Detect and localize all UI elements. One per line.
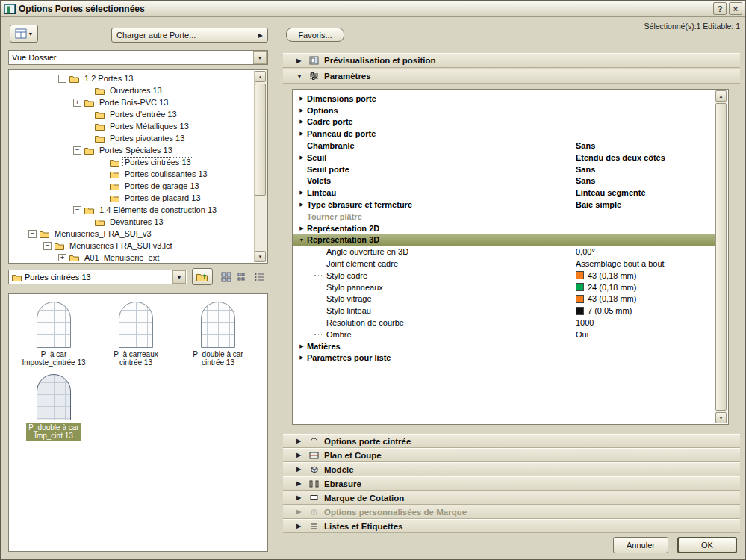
parameter-row[interactable]: OmbreOui <box>293 329 715 340</box>
parameter-value[interactable]: 7 (0,05 mm) <box>576 306 632 315</box>
parameter-row[interactable]: ▶Matières <box>293 340 715 352</box>
help-button[interactable]: ? <box>713 2 727 15</box>
tree-item-label[interactable]: Menuiseries FRA_SUI v3.lcf <box>67 240 175 251</box>
section-mod-le[interactable]: ▶Modèle <box>283 462 740 476</box>
tree-item[interactable]: +A01_Menuiserie_ext <box>10 252 254 261</box>
parameter-value[interactable]: Sans <box>576 141 595 150</box>
section-parametres[interactable]: ▼ Paramètres <box>283 69 740 84</box>
tree-item[interactable]: +Porte Bois-PVC 13 <box>10 96 254 108</box>
door-thumbnail[interactable]: P_double à carcintrée 13 <box>179 302 257 367</box>
library-view-button[interactable]: ▼ <box>10 25 38 43</box>
collapse-toggle-icon[interactable]: − <box>73 146 81 155</box>
tree-item[interactable]: Portes de placard 13 <box>10 192 254 204</box>
chevron-right-icon[interactable]: ▶ <box>293 202 307 208</box>
tree-item[interactable]: Portes coulissantes 13 <box>10 168 254 180</box>
close-button[interactable]: × <box>729 2 742 15</box>
tree-scrollbar[interactable]: ▲ ▼ <box>254 71 267 262</box>
parameter-value[interactable]: 43 (0,18 mm) <box>576 294 636 303</box>
load-other-door-button[interactable]: Charger autre Porte... ▶ <box>111 28 268 43</box>
parameter-row[interactable]: Seuil porteSans <box>293 164 715 175</box>
tree-item[interactable]: Portes cintrées 13 <box>10 156 254 168</box>
parameter-value[interactable]: Sans <box>576 176 595 185</box>
section-options-personnalis-es-de-marque[interactable]: ▶Options personnalisées de Marque <box>283 505 740 519</box>
chevron-right-icon[interactable]: ▶ <box>293 96 307 102</box>
chevron-right-icon[interactable]: ▶ <box>293 119 307 125</box>
tree-item[interactable]: Portes de garage 13 <box>10 180 254 192</box>
tree-item-label[interactable]: Portes cintrées 13 <box>122 157 193 167</box>
collapse-toggle-icon[interactable]: − <box>73 206 81 214</box>
parameter-row[interactable]: ▶Cadre porte <box>293 116 715 128</box>
parameter-value[interactable]: 43 (0,18 mm) <box>576 271 636 280</box>
tree-item[interactable]: −1.4 Eléments de construction 13 <box>10 204 254 216</box>
tree-item[interactable]: Ouvertures 13 <box>10 84 254 96</box>
parameter-value[interactable]: Oui <box>576 330 588 339</box>
chevron-right-icon[interactable]: ▶ <box>293 155 307 161</box>
parameter-row[interactable]: ▶Panneau de porte <box>293 128 715 140</box>
scroll-up-button[interactable]: ▲ <box>715 90 727 102</box>
small-icons-view-button[interactable] <box>235 270 250 284</box>
tree-item[interactable]: Devantures 13 <box>10 216 254 228</box>
tree-item-label[interactable]: Portes Métalliques 13 <box>108 121 191 131</box>
scrollbar-thumb[interactable] <box>715 103 727 411</box>
tree-item-label[interactable]: 1.4 Eléments de construction 13 <box>97 205 219 215</box>
tree-item-label[interactable]: A01_Menuiserie_ext <box>82 252 161 261</box>
parameter-value[interactable]: Assemblage bout à bout <box>576 259 665 268</box>
tree-item[interactable]: Portes pivotantes 13 <box>10 132 254 144</box>
parameter-row[interactable]: Tourner plâtre <box>293 211 715 223</box>
chevron-down-icon[interactable]: ▼ <box>293 237 307 243</box>
section-marque-de-cotation[interactable]: ▶Marque de Cotation <box>283 491 740 505</box>
chevron-right-icon[interactable]: ▶ <box>293 108 307 113</box>
chevron-right-icon[interactable]: ▶ <box>293 225 307 231</box>
door-thumbnail[interactable]: P_à carreauxcintrée 13 <box>97 302 175 367</box>
tree-item-label[interactable]: Menuiseries_FRA_SUI_v3 <box>52 228 154 239</box>
parameter-row[interactable]: ChambranleSans <box>293 140 715 152</box>
expand-toggle-icon[interactable]: + <box>73 99 81 107</box>
parameter-row[interactable]: Stylo linteau7 (0,05 mm) <box>293 305 715 317</box>
parameter-row[interactable]: ▼Représentation 3D <box>293 234 715 246</box>
chevron-right-icon[interactable]: ▶ <box>293 190 307 196</box>
parameter-value[interactable]: Etendu des deux côtés <box>576 153 665 162</box>
scroll-down-button[interactable]: ▼ <box>715 412 727 423</box>
parameter-row[interactable]: Joint élément cadreAssemblage bout à bou… <box>293 258 715 270</box>
parameter-value[interactable]: Sans <box>576 165 595 174</box>
section-plan-et-coupe[interactable]: ▶Plan et Coupe <box>283 448 740 462</box>
parameter-row[interactable]: ▶Représentation 2D <box>293 223 715 234</box>
parameter-row[interactable]: VoletsSans <box>293 175 715 187</box>
folder-view-select[interactable]: Vue Dossier ▼ <box>8 50 268 65</box>
parameter-value[interactable]: 24 (0,18 mm) <box>576 283 636 292</box>
door-thumbnail[interactable]: P_à carImposte_cintrée 13 <box>15 302 93 367</box>
parameter-row[interactable]: ▶Paramètres pour liste <box>293 352 715 364</box>
section-previsualisation-et-position[interactable]: ▶ Prévisualisation et position <box>283 53 740 68</box>
section-listes-et-etiquettes[interactable]: ▶Listes et Etiquettes <box>283 519 740 533</box>
parameter-row[interactable]: Stylo panneaux24 (0,18 mm) <box>293 281 715 293</box>
chevron-down-icon[interactable]: ▼ <box>253 51 267 64</box>
parameter-row[interactable]: Angle ouverture en 3D0,00° <box>293 246 715 258</box>
expand-toggle-icon[interactable]: + <box>58 254 66 262</box>
parameter-row[interactable]: ▶Dimensions porte <box>293 93 715 105</box>
parameter-row[interactable]: ▶Options <box>293 105 715 116</box>
parameter-row[interactable]: Stylo cadre43 (0,18 mm) <box>293 270 715 281</box>
tree-item-label[interactable]: Portes d'entrée 13 <box>108 109 179 119</box>
tree-item-label[interactable]: Portes coulissantes 13 <box>122 169 210 179</box>
parameter-row[interactable]: ▶LinteauLinteau segmenté <box>293 187 715 199</box>
scrollbar-thumb[interactable] <box>255 84 266 196</box>
tree-item[interactable]: Portes Métalliques 13 <box>10 120 254 132</box>
folder-up-button[interactable] <box>192 268 213 285</box>
scroll-up-button[interactable]: ▲ <box>255 71 266 82</box>
collapse-toggle-icon[interactable]: − <box>43 242 52 250</box>
tree-item-label[interactable]: Porte Bois-PVC 13 <box>97 97 170 108</box>
parameters-scrollbar[interactable]: ▲ ▼ <box>715 90 727 423</box>
tree-item-label[interactable]: Portes Spéciales 13 <box>97 145 175 155</box>
tree-item[interactable]: Portes d'entrée 13 <box>10 108 254 120</box>
parameter-value[interactable]: 0,00° <box>576 247 595 256</box>
parameter-value[interactable]: Baie simple <box>576 200 621 209</box>
collapse-toggle-icon[interactable]: − <box>58 75 66 83</box>
parameter-row[interactable]: Stylo vitrage43 (0,18 mm) <box>293 293 715 305</box>
tree-item[interactable]: −Portes Spéciales 13 <box>10 144 254 156</box>
tree-item[interactable]: −1.2 Portes 13 <box>10 72 254 84</box>
scroll-down-button[interactable]: ▼ <box>255 251 266 262</box>
section-options-porte-cintr-e[interactable]: ▶Options porte cintrée <box>283 434 740 448</box>
titlebar[interactable]: Options Portes sélectionnées ? × <box>1 1 745 17</box>
parameter-value[interactable]: 1000 <box>576 318 594 327</box>
tree-item-label[interactable]: Portes pivotantes 13 <box>108 133 187 143</box>
